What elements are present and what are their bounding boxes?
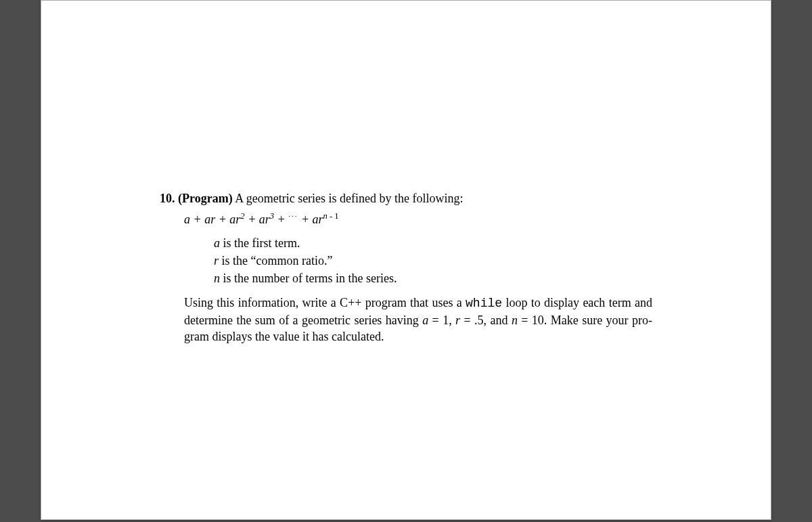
problem-content: 10. (Program) A geometric series is defi…	[160, 190, 652, 345]
problem-number: 10.	[160, 192, 175, 205]
problem-intro: A geometric series is defined by the fol…	[235, 192, 463, 205]
definition-list: a is the first term. r is the “common ra…	[214, 235, 652, 287]
definition-r: r is the “common ratio.”	[214, 253, 652, 269]
problem-label: (Program)	[178, 192, 233, 205]
document-page: 10. (Program) A geometric series is defi…	[41, 0, 771, 520]
definition-a: a is the first term.	[214, 235, 652, 251]
geometric-series-formula: a + ar + ar2 + ar3 + ··· + arn - 1	[184, 211, 652, 227]
problem-body: Using this information, write a C++ prog…	[184, 295, 652, 345]
definition-n: n is the number of terms in the series.	[214, 270, 652, 286]
while-keyword: while	[466, 297, 502, 310]
problem-header: 10. (Program) A geometric series is defi…	[160, 190, 652, 206]
